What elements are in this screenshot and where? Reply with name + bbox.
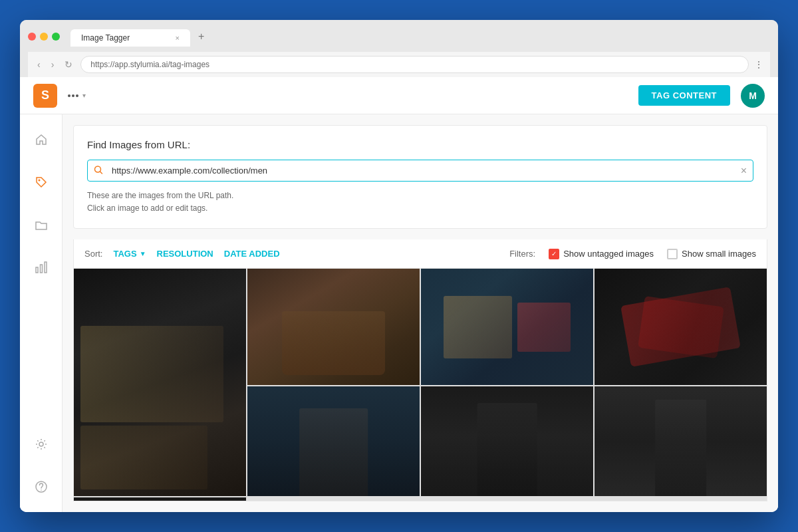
image-item-7[interactable] <box>595 386 767 496</box>
app-header: S ▾ TAG CONTENT M <box>20 77 778 114</box>
svg-rect-3 <box>45 262 47 273</box>
sidebar-item-folder[interactable] <box>29 213 53 237</box>
browser-menu-icon[interactable]: ⋮ <box>754 59 763 70</box>
close-button[interactable] <box>28 33 36 41</box>
main-content: Find Images from URL: × These are the im <box>63 114 778 512</box>
small-images-label: Show small images <box>682 249 756 259</box>
filters-label: Filters: <box>509 249 535 259</box>
sort-arrow-icon: ▼ <box>140 250 146 257</box>
sidebar <box>20 114 63 512</box>
image-grid-container <box>73 269 767 501</box>
workspace-dots-icon <box>68 94 78 97</box>
hint-line-2: Click an image to add or edit tags. <box>87 202 753 215</box>
svg-rect-1 <box>36 267 38 273</box>
sidebar-item-analytics[interactable] <box>29 255 53 279</box>
sidebar-item-home[interactable] <box>29 128 53 152</box>
small-images-checkbox[interactable] <box>667 249 678 259</box>
app-logo: S <box>33 84 57 108</box>
image-item-8[interactable] <box>74 497 246 501</box>
hint-line-1: These are the images from the URL path. <box>87 190 753 202</box>
tab-close-button[interactable]: × <box>176 34 180 42</box>
tab-title: Image Tagger <box>81 33 130 43</box>
filter-small[interactable]: Show small images <box>667 249 756 259</box>
browser-toolbar: ‹ › ↻ ⋮ <box>28 52 770 77</box>
user-avatar[interactable]: M <box>741 84 765 108</box>
tab-bar: Image Tagger × + <box>70 27 211 47</box>
sort-tags-button[interactable]: TAGS ▼ <box>108 246 151 261</box>
forward-button[interactable]: › <box>49 58 57 71</box>
traffic-lights <box>28 33 60 41</box>
browser-controls: Image Tagger × + <box>28 27 770 47</box>
workspace-chevron-icon: ▾ <box>82 92 86 99</box>
svg-point-4 <box>39 442 43 446</box>
sort-date-button[interactable]: DATE ADDED <box>219 246 285 261</box>
sidebar-item-settings[interactable] <box>29 432 53 456</box>
workspace-selector[interactable]: ▾ <box>68 92 86 99</box>
search-clear-icon[interactable]: × <box>741 165 747 177</box>
svg-point-6 <box>41 489 42 491</box>
untagged-label: Show untagged images <box>563 249 654 259</box>
tag-content-button[interactable]: TAG CONTENT <box>638 85 730 106</box>
browser-chrome: Image Tagger × + ‹ › ↻ ⋮ <box>20 20 778 77</box>
sort-filter-bar: Sort: TAGS ▼ RESOLUTION DATE ADDED Filte… <box>73 239 767 269</box>
svg-point-0 <box>38 180 40 182</box>
sidebar-item-help[interactable] <box>29 475 53 499</box>
refresh-button[interactable]: ↻ <box>62 58 75 71</box>
minimize-button[interactable] <box>40 33 48 41</box>
image-item-5[interactable] <box>247 386 420 496</box>
app-container: S ▾ TAG CONTENT M <box>20 77 778 512</box>
image-grid <box>74 269 767 501</box>
new-tab-button[interactable]: + <box>192 27 211 47</box>
app-body: Find Images from URL: × These are the im <box>20 114 778 512</box>
image-item-2[interactable] <box>247 269 420 385</box>
svg-rect-2 <box>40 265 42 273</box>
browser-window: Image Tagger × + ‹ › ↻ ⋮ S ▾ <box>20 20 778 512</box>
search-container: × <box>87 160 753 182</box>
filter-section: Filters: ✓ Show untagged images Show sma… <box>509 249 756 259</box>
sort-resolution-button[interactable]: RESOLUTION <box>152 246 219 261</box>
back-button[interactable]: ‹ <box>35 58 43 71</box>
image-item-1[interactable] <box>74 269 246 496</box>
search-icon <box>94 165 103 176</box>
browser-tab[interactable]: Image Tagger × <box>70 29 190 47</box>
maximize-button[interactable] <box>52 33 60 41</box>
url-search-input[interactable] <box>87 160 753 182</box>
sidebar-item-tag[interactable] <box>29 170 53 194</box>
hint-text: These are the images from the URL path. … <box>87 190 753 215</box>
filter-untagged[interactable]: ✓ Show untagged images <box>549 249 654 259</box>
image-item-6[interactable] <box>421 386 593 496</box>
url-bar[interactable] <box>80 56 749 73</box>
sort-label: Sort: <box>84 249 102 259</box>
image-item-3[interactable] <box>421 269 593 385</box>
search-panel: Find Images from URL: × These are the im <box>73 125 767 229</box>
panel-title: Find Images from URL: <box>87 139 753 150</box>
image-item-4[interactable] <box>595 269 767 385</box>
untagged-checkbox[interactable]: ✓ <box>549 249 559 259</box>
